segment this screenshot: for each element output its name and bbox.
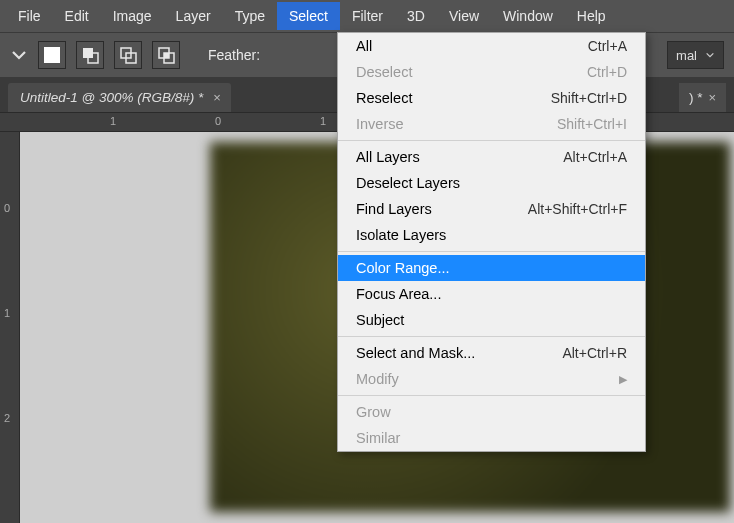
menu-item-label: Focus Area... xyxy=(356,286,441,302)
menu-item-all-layers[interactable]: All LayersAlt+Ctrl+A xyxy=(338,144,645,170)
tool-subtract-selection[interactable] xyxy=(114,41,142,69)
feather-label: Feather: xyxy=(208,47,260,63)
menu-item-label: Select and Mask... xyxy=(356,345,475,361)
ruler-tick: 1 xyxy=(320,115,326,127)
menu-3d[interactable]: 3D xyxy=(395,2,437,30)
menu-filter[interactable]: Filter xyxy=(340,2,395,30)
ruler-tick: 1 xyxy=(110,115,116,127)
ruler-tick: 2 xyxy=(4,412,10,424)
menu-edit[interactable]: Edit xyxy=(53,2,101,30)
tool-intersect-selection[interactable] xyxy=(152,41,180,69)
menu-item-label: Deselect Layers xyxy=(356,175,460,191)
menu-item-select-and-mask[interactable]: Select and Mask...Alt+Ctrl+R xyxy=(338,340,645,366)
menu-shortcut: Shift+Ctrl+I xyxy=(557,116,627,132)
chevron-right-icon: ▶ xyxy=(619,373,627,386)
menu-shortcut: Shift+Ctrl+D xyxy=(551,90,627,106)
menu-select[interactable]: Select xyxy=(277,2,340,30)
menu-item-inverse: InverseShift+Ctrl+I xyxy=(338,111,645,137)
select-menu-dropdown: AllCtrl+ADeselectCtrl+DReselectShift+Ctr… xyxy=(337,32,646,452)
svg-rect-6 xyxy=(164,53,169,58)
menu-item-modify: Modify▶ xyxy=(338,366,645,392)
menu-item-label: Subject xyxy=(356,312,404,328)
document-tab-primary[interactable]: Untitled-1 @ 300% (RGB/8#) * × xyxy=(8,83,231,112)
menu-item-deselect-layers[interactable]: Deselect Layers xyxy=(338,170,645,196)
menu-type[interactable]: Type xyxy=(223,2,277,30)
ruler-tick: 0 xyxy=(215,115,221,127)
document-tab-title: Untitled-1 @ 300% (RGB/8#) * xyxy=(20,90,203,105)
menu-item-deselect: DeselectCtrl+D xyxy=(338,59,645,85)
menu-help[interactable]: Help xyxy=(565,2,618,30)
menu-item-focus-area[interactable]: Focus Area... xyxy=(338,281,645,307)
menu-shortcut: Ctrl+A xyxy=(588,38,627,54)
ruler-tick: 0 xyxy=(4,202,10,214)
ruler-vertical: 0 1 2 xyxy=(0,132,20,523)
menu-item-label: Similar xyxy=(356,430,400,446)
menu-item-all[interactable]: AllCtrl+A xyxy=(338,33,645,59)
menu-separator xyxy=(338,140,645,141)
menu-item-grow: Grow xyxy=(338,399,645,425)
menu-separator xyxy=(338,395,645,396)
menu-shortcut: Alt+Ctrl+R xyxy=(562,345,627,361)
menu-item-color-range[interactable]: Color Range... xyxy=(338,255,645,281)
menu-item-label: All xyxy=(356,38,372,54)
menu-layer[interactable]: Layer xyxy=(164,2,223,30)
squares-intersect-icon xyxy=(156,45,176,65)
menu-separator xyxy=(338,251,645,252)
menu-item-label: Find Layers xyxy=(356,201,432,217)
close-icon[interactable]: × xyxy=(213,90,221,105)
menu-item-label: All Layers xyxy=(356,149,420,165)
menu-item-reselect[interactable]: ReselectShift+Ctrl+D xyxy=(338,85,645,111)
menu-shortcut: Alt+Shift+Ctrl+F xyxy=(528,201,627,217)
menu-item-label: Grow xyxy=(356,404,391,420)
menu-item-label: Isolate Layers xyxy=(356,227,446,243)
menu-window[interactable]: Window xyxy=(491,2,565,30)
menu-shortcut: Ctrl+D xyxy=(587,64,627,80)
menu-item-label: Deselect xyxy=(356,64,412,80)
menu-file[interactable]: File xyxy=(6,2,53,30)
close-icon[interactable]: × xyxy=(708,90,716,105)
tool-add-selection[interactable] xyxy=(76,41,104,69)
tool-marquee-rect[interactable] xyxy=(38,41,66,69)
mode-dropdown-value: mal xyxy=(676,48,697,63)
chevron-down-icon xyxy=(705,50,715,60)
menu-item-find-layers[interactable]: Find LayersAlt+Shift+Ctrl+F xyxy=(338,196,645,222)
document-tab-secondary[interactable]: ) * × xyxy=(679,83,726,112)
squares-subtract-icon xyxy=(118,45,138,65)
menu-item-label: Reselect xyxy=(356,90,412,106)
menu-item-subject[interactable]: Subject xyxy=(338,307,645,333)
document-tab-suffix: ) * xyxy=(689,90,703,105)
squares-overlap-icon xyxy=(80,45,100,65)
rectangle-icon xyxy=(44,47,60,63)
chevron-down-icon[interactable] xyxy=(10,46,28,64)
menu-image[interactable]: Image xyxy=(101,2,164,30)
menu-item-isolate-layers[interactable]: Isolate Layers xyxy=(338,222,645,248)
menu-separator xyxy=(338,336,645,337)
menu-item-label: Inverse xyxy=(356,116,404,132)
menu-item-label: Color Range... xyxy=(356,260,450,276)
ruler-tick: 1 xyxy=(4,307,10,319)
menu-view[interactable]: View xyxy=(437,2,491,30)
menu-shortcut: Alt+Ctrl+A xyxy=(563,149,627,165)
menubar: File Edit Image Layer Type Select Filter… xyxy=(0,0,734,32)
menu-item-label: Modify xyxy=(356,371,399,387)
menu-item-similar: Similar xyxy=(338,425,645,451)
mode-dropdown[interactable]: mal xyxy=(667,41,724,69)
